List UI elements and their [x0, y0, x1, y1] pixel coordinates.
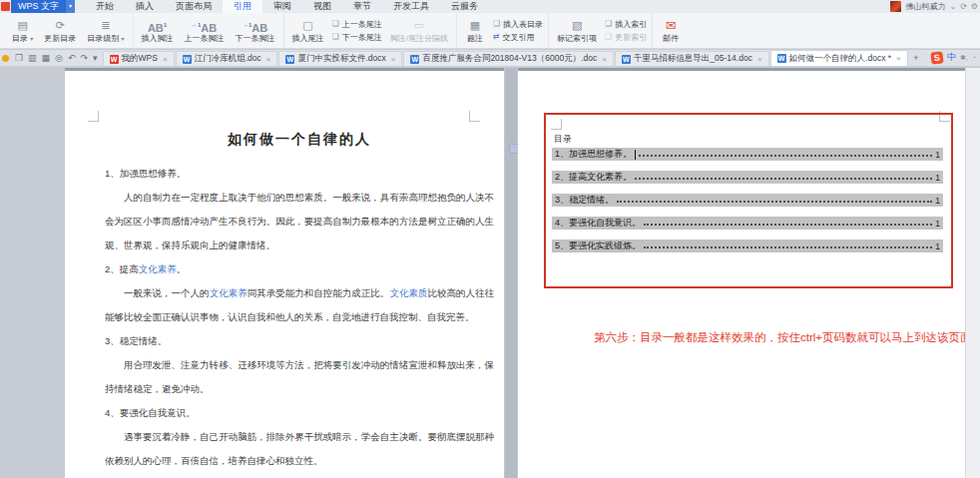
ribbon-references: ▤ 目录 ▾ ⟳ 更新目录 ≣ 目录级别 ▾ AB1 插入脚注 ←1AB 上一条…	[0, 13, 980, 49]
pane-divider[interactable]	[504, 68, 518, 478]
tab-close-icon[interactable]: ×	[602, 55, 607, 64]
toc-level-icon: ≣	[101, 18, 110, 33]
paragraph: 一般来说，一个人的文化素养同其承受能力和自控能力成正比。文化素质比较高的人往往能…	[105, 281, 494, 329]
tab-close-icon[interactable]: ×	[266, 55, 271, 64]
new-tab-button[interactable]: +	[909, 51, 923, 66]
avatar[interactable]	[890, 1, 901, 12]
save-icon[interactable]: ❐	[15, 50, 23, 66]
sync-icon[interactable]: ⟳	[960, 2, 967, 11]
wps-app-button[interactable]: WPS 文字	[11, 0, 66, 13]
footnote-separator-icon: ▭	[414, 18, 424, 33]
account-name[interactable]: 佛山柯威力	[905, 1, 945, 12]
tab-label: 我的WPS	[122, 53, 158, 65]
list-item-heading: 4、要强化自我意识。	[105, 401, 494, 425]
tab-close-icon[interactable]: ×	[391, 55, 396, 64]
ime-more-icon[interactable]: ◔	[972, 54, 976, 61]
toc-button[interactable]: ▤ 目录 ▾	[9, 18, 36, 44]
paragraph: 遇事要沉着冷静，自己开动脑筋，排除外界干扰或暗示，学会自主决断。要彻底摆脱那种依…	[105, 425, 494, 473]
next-footnote-icon: →1AB	[243, 18, 267, 33]
document-tab[interactable]: W如何做一个自律的人.docx *×	[770, 50, 908, 66]
list-item-heading: 2、提高文化素养。	[105, 257, 494, 281]
caption-button[interactable]: ▦ 题注	[462, 18, 488, 43]
print-icon[interactable]: ▦	[42, 50, 51, 66]
settings-icon[interactable]: ⚙	[971, 2, 978, 11]
update-index-button: ❏ 更新索引	[605, 33, 647, 42]
prev-footnote-button[interactable]: ←1AB 上一条脚注	[182, 18, 228, 43]
document-icon: W	[183, 55, 192, 64]
list-item-heading: 3、稳定情绪。	[105, 329, 494, 353]
tab-close-icon[interactable]: ×	[163, 55, 168, 64]
wps-customer-service-icon[interactable]: S	[930, 51, 943, 64]
ribbon-group-index: ▧ 标记索引项 ❏ 插入索引 ❏ 更新索引	[549, 13, 653, 48]
undo-icon[interactable]: ↶	[68, 50, 76, 66]
insert-index-button[interactable]: ❏ 插入索引	[605, 20, 647, 29]
tab-close-icon[interactable]: ×	[896, 54, 901, 63]
paragraph: 用合理发泄、注意力转移、迁移环境等方法，把将要引发冲动的情绪宣泄和释放出来，保持…	[105, 353, 494, 401]
document-tab[interactable]: W我的WPS×	[103, 51, 175, 66]
ribbon-group-endnotes: ▢ 插入尾注 ❏ 上一条尾注 ❏ 下一条尾注 ▭ 脚注/尾注分隔线	[284, 13, 457, 48]
wps-orb-icon[interactable]	[2, 55, 9, 62]
mark-index-entry-button[interactable]: ▧ 标记索引项	[554, 18, 600, 43]
list-item-heading: 1、加强思想修养。	[105, 162, 494, 186]
next-footnote-button[interactable]: →1AB 下一条脚注	[233, 18, 278, 43]
menu-tab-1[interactable]: 插入	[125, 0, 165, 13]
hyperlink-text[interactable]: 文化素养	[210, 287, 247, 298]
insert-table-of-figures-button[interactable]: ❏ 插入表目录	[493, 20, 543, 29]
menu-tab-6[interactable]: 章节	[342, 0, 382, 13]
account-dropdown-icon[interactable]: ⌄	[949, 2, 956, 11]
menu-tab-2[interactable]: 页面布局	[165, 0, 223, 13]
ribbon-group-footnotes: AB1 插入脚注 ←1AB 上一条脚注 →1AB 下一条脚注	[134, 13, 284, 48]
menu-tabs: 开始插入页面布局引用审阅视图章节开发工具云服务	[85, 0, 489, 13]
redo-icon[interactable]: ↷	[81, 50, 89, 66]
footnote-separator-button: ▭ 脚注/尾注分隔线	[387, 18, 451, 43]
document-page-1[interactable]: 如何做一个自律的人 1、加强思想修养。人的自制力在一定程度上取决于他们的思想素质…	[65, 68, 504, 478]
document-page-toc[interactable]: 目录 1、加强思想修养。12、提高文化素养。13、稳定情绪。14、要强化自我意识…	[518, 68, 965, 478]
menu-tab-0[interactable]: 开始	[85, 0, 125, 13]
update-index-icon: ❏	[605, 33, 612, 41]
tab-close-icon[interactable]: ×	[757, 55, 762, 64]
document-workspace: 如何做一个自律的人 1、加强思想修养。人的自制力在一定程度上取决于他们的思想素质…	[0, 68, 980, 478]
cross-reference-icon: ⇄	[493, 33, 500, 41]
qat-more-icon[interactable]: ▾	[93, 50, 98, 66]
toc-level-button[interactable]: ≣ 目录级别 ▾	[84, 18, 127, 44]
document-body: 如何做一个自律的人 1、加强思想修养。人的自制力在一定程度上取决于他们的思想素质…	[105, 131, 494, 473]
print-preview-icon[interactable]: ◎	[55, 50, 63, 66]
cross-reference-button[interactable]: ⇄ 交叉引用	[493, 33, 543, 42]
update-toc-button[interactable]: ⟳ 更新目录	[41, 18, 79, 43]
insert-endnote-icon: ▢	[302, 18, 312, 33]
app-menu-caret-icon[interactable]: ▾	[66, 0, 75, 13]
hyperlink-text[interactable]: 文化素质	[389, 287, 427, 298]
vertical-scrollbar[interactable]	[965, 68, 980, 478]
hyperlink-text[interactable]: 文化素养	[139, 263, 177, 274]
menu-tab-3[interactable]: 引用	[223, 0, 262, 13]
caption-icon: ▦	[470, 18, 480, 33]
document-tab[interactable]: W厦门中实投标文件.docx×	[278, 51, 402, 66]
document-tab[interactable]: W江门冷库机组.doc×	[176, 51, 278, 66]
toc-icon: ▤	[17, 18, 27, 33]
output-icon[interactable]: ▥	[28, 50, 37, 66]
ime-punctuation-icon[interactable]: ✱,	[960, 54, 968, 62]
ime-language-indicator[interactable]: 中	[947, 51, 956, 64]
prev-endnote-button[interactable]: ❏ 上一条尾注	[332, 20, 382, 29]
document-tab-bar: ❐▥▦◎↶↷▾ W我的WPS×W江门冷库机组.doc×W厦门中实投标文件.doc…	[0, 50, 980, 67]
menu-tab-5[interactable]: 视图	[302, 0, 342, 13]
menu-tab-8[interactable]: 云服务	[440, 0, 489, 13]
insert-footnote-button[interactable]: AB1 插入脚注	[139, 18, 177, 43]
document-tab[interactable]: W千里马招标信息导出_05-14.doc×	[615, 51, 769, 66]
document-tab[interactable]: W百度推广服务合同201804-V13（6000元）.doc×	[403, 51, 613, 66]
document-tabs: W我的WPS×W江门冷库机组.doc×W厦门中实投标文件.docx×W百度推广服…	[103, 50, 909, 66]
insert-endnote-button[interactable]: ▢ 插入尾注	[289, 18, 327, 43]
prev-footnote-icon: ←1AB	[192, 18, 217, 33]
insert-index-icon: ❏	[605, 20, 612, 28]
document-icon: W	[622, 55, 631, 64]
prev-endnote-icon: ❏	[332, 20, 339, 28]
menu-tab-7[interactable]: 开发工具	[382, 0, 440, 13]
insert-footnote-icon: AB1	[148, 18, 167, 33]
tab-label: 江门冷库机组.doc	[195, 53, 261, 65]
menu-tab-4[interactable]: 审阅	[262, 0, 302, 13]
next-endnote-icon: ❏	[332, 33, 339, 41]
ribbon-group-toc: ▤ 目录 ▾ ⟳ 更新目录 ≣ 目录级别 ▾	[4, 13, 134, 48]
update-toc-icon: ⟳	[56, 18, 65, 33]
next-endnote-button[interactable]: ❏ 下一条尾注	[332, 33, 382, 42]
mail-button[interactable]: ✉ 邮件	[658, 18, 684, 43]
